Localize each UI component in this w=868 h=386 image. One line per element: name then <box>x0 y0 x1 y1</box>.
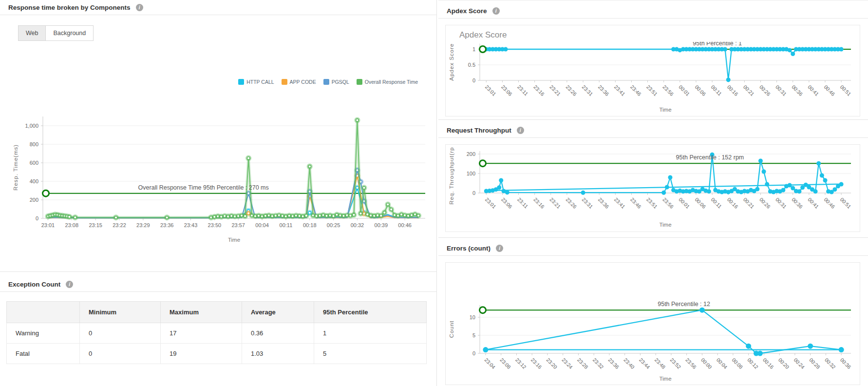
svg-text:0: 0 <box>472 190 475 196</box>
legend-item[interactable]: Overall Response Time <box>357 79 418 85</box>
svg-text:23:11: 23:11 <box>516 196 529 210</box>
info-icon[interactable]: i <box>496 245 503 252</box>
svg-text:Resp. Time(ms): Resp. Time(ms) <box>13 144 19 191</box>
svg-text:00:51: 00:51 <box>839 84 852 97</box>
svg-text:00:16: 00:16 <box>726 84 739 97</box>
fatal-max: 19 <box>161 344 242 364</box>
exception-count-table: Minimum Maximum Average 95th Percentile … <box>6 301 427 364</box>
svg-text:23:28: 23:28 <box>576 357 589 370</box>
tab-web[interactable]: Web <box>19 26 46 40</box>
svg-text:23:08: 23:08 <box>499 357 512 370</box>
panel-throughput-title: Request Throughput <box>447 127 511 134</box>
svg-text:23:43: 23:43 <box>184 222 198 228</box>
svg-text:00:00: 00:00 <box>700 357 713 370</box>
svg-text:23:21: 23:21 <box>548 84 562 97</box>
svg-text:1,000: 1,000 <box>25 123 38 129</box>
svg-text:Time: Time <box>228 237 240 243</box>
svg-text:23:32: 23:32 <box>592 357 605 370</box>
response-time-chart: 02004006008001,00023:0123:0823:1523:2223… <box>10 93 431 249</box>
svg-text:00:31: 00:31 <box>774 84 788 97</box>
svg-text:00:26: 00:26 <box>758 196 772 210</box>
svg-text:23:12: 23:12 <box>514 357 528 370</box>
legend-item[interactable]: APP CODE <box>282 79 316 85</box>
svg-text:23:11: 23:11 <box>516 84 529 97</box>
legend-item[interactable]: HTTP CALL <box>238 79 274 85</box>
tab-background[interactable]: Background <box>46 26 93 40</box>
panel-apdex-title: Apdex Score <box>447 7 487 15</box>
svg-text:23:41: 23:41 <box>613 196 626 210</box>
fatal-p95: 5 <box>314 344 427 364</box>
svg-text:23:52: 23:52 <box>669 357 682 370</box>
svg-text:00:36: 00:36 <box>791 196 804 210</box>
svg-text:23:48: 23:48 <box>654 357 667 370</box>
svg-text:23:22: 23:22 <box>113 222 126 228</box>
legend-label: PGSQL <box>332 79 349 85</box>
warning-max: 17 <box>161 323 242 344</box>
svg-text:200: 200 <box>467 151 475 157</box>
svg-text:00:18: 00:18 <box>303 222 317 228</box>
svg-text:23:21: 23:21 <box>548 196 562 210</box>
warning-avg: 0.36 <box>242 323 314 344</box>
apdex-chart-title: Apdex Score <box>459 30 507 40</box>
svg-text:00:21: 00:21 <box>742 84 755 97</box>
warning-min: 0 <box>80 323 161 344</box>
legend-item[interactable]: PGSQL <box>323 79 349 85</box>
warning-p95: 1 <box>314 323 427 344</box>
info-icon[interactable]: i <box>66 281 73 288</box>
panel-request-throughput: Request Throughput i 010020023:0123:0623… <box>438 120 868 238</box>
table-row: Fatal 0 19 1.03 5 <box>7 344 427 364</box>
svg-text:95th Percentile : 1: 95th Percentile : 1 <box>693 42 742 47</box>
panel-errors-count: Errors (count) i 051023:0423:0823:1223:1… <box>438 238 868 386</box>
panel-throughput-header: Request Throughput i <box>438 123 868 138</box>
info-icon[interactable]: i <box>136 4 143 11</box>
svg-text:23:36: 23:36 <box>607 357 620 370</box>
panel-errors-header: Errors (count) i <box>438 241 868 256</box>
svg-text:23:41: 23:41 <box>613 84 626 97</box>
svg-text:0: 0 <box>472 77 475 83</box>
svg-text:00:01: 00:01 <box>678 84 691 97</box>
svg-text:00:12: 00:12 <box>746 357 759 370</box>
svg-text:00:36: 00:36 <box>839 357 852 370</box>
svg-text:100: 100 <box>467 171 475 176</box>
apdex-score-chart: 00.5123:0123:0623:1123:1623:2123:2623:31… <box>446 42 861 115</box>
svg-text:23:56: 23:56 <box>661 84 675 97</box>
response-view-tabs: Web Background <box>18 25 94 41</box>
svg-text:Overall Response Time 95th Per: Overall Response Time 95th Percentile : … <box>138 184 269 191</box>
fatal-min: 0 <box>80 344 161 364</box>
col-minimum: Minimum <box>80 302 161 323</box>
svg-text:400: 400 <box>30 178 38 184</box>
svg-text:23:24: 23:24 <box>561 357 574 370</box>
svg-text:23:16: 23:16 <box>530 357 543 370</box>
svg-text:23:51: 23:51 <box>645 84 659 97</box>
svg-text:00:46: 00:46 <box>823 84 836 97</box>
row-label-warning: Warning <box>7 323 80 344</box>
svg-text:23:26: 23:26 <box>565 84 578 97</box>
table-row: Warning 0 17 0.36 1 <box>7 323 427 344</box>
svg-text:23:01: 23:01 <box>484 196 497 210</box>
info-icon[interactable]: i <box>492 7 500 15</box>
svg-text:Apdex Score: Apdex Score <box>449 43 454 81</box>
svg-text:00:26: 00:26 <box>758 84 772 97</box>
svg-text:23:08: 23:08 <box>65 222 79 228</box>
svg-text:00:01: 00:01 <box>678 196 691 210</box>
svg-text:00:36: 00:36 <box>791 84 804 97</box>
panel-apdex-header: Apdex Score i <box>438 3 868 19</box>
svg-text:23:56: 23:56 <box>661 196 675 210</box>
svg-text:00:21: 00:21 <box>742 196 755 210</box>
svg-text:23:44: 23:44 <box>638 357 651 370</box>
svg-text:23:01: 23:01 <box>41 222 55 228</box>
svg-text:23:36: 23:36 <box>160 222 174 228</box>
svg-text:23:36: 23:36 <box>597 84 610 97</box>
col-95th-percentile: 95th Percentile <box>314 302 427 323</box>
legend-label: APP CODE <box>290 79 316 85</box>
svg-text:23:50: 23:50 <box>208 222 222 228</box>
svg-text:00:46: 00:46 <box>823 196 836 210</box>
info-icon[interactable]: i <box>517 127 524 134</box>
svg-text:Time: Time <box>659 222 671 228</box>
svg-text:00:28: 00:28 <box>808 357 821 370</box>
chart-legend: HTTP CALLAPP CODEPGSQLOverall Response T… <box>238 79 418 85</box>
svg-text:00:16: 00:16 <box>726 196 739 210</box>
row-label-fatal: Fatal <box>7 344 80 364</box>
svg-text:95th Percentile : 12: 95th Percentile : 12 <box>658 301 710 308</box>
apdex-chart-box: Apdex Score 00.5123:0123:0623:1123:1623:… <box>445 25 860 116</box>
